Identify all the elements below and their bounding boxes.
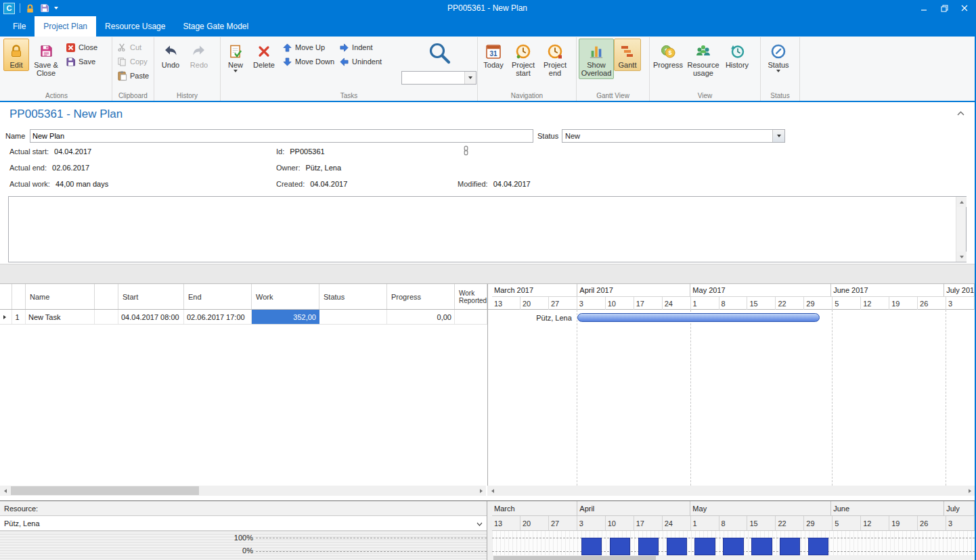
new-task-button[interactable]: New [223, 39, 248, 74]
header-status[interactable]: Status [319, 284, 387, 309]
table-horizontal-scrollbar[interactable] [0, 486, 486, 496]
gantt-button[interactable]: Gantt [614, 39, 641, 71]
app-icon[interactable]: C [3, 3, 15, 14]
created-value: 04.04.2017 [310, 180, 347, 188]
scrollbar-thumb[interactable] [11, 486, 199, 495]
header-rownum-column[interactable] [12, 284, 26, 309]
status-dropdown[interactable]: New [562, 129, 785, 143]
tab-stage-gate-model[interactable]: Stage Gate Model [174, 16, 257, 37]
header-indicator-column[interactable] [0, 284, 12, 309]
paste-button[interactable]: Paste [114, 70, 151, 81]
qat-save-button[interactable] [40, 3, 49, 13]
task-work-cell[interactable]: 352,00 [252, 310, 319, 324]
timeline-month: July [944, 501, 975, 515]
status-dropdown-button[interactable] [772, 130, 784, 142]
move-up-button[interactable]: Move Up [280, 42, 336, 53]
qat-customize-button[interactable] [54, 7, 58, 9]
coins-icon: $$ [660, 42, 676, 60]
scroll-right-button[interactable] [476, 486, 486, 496]
restore-button[interactable] [934, 0, 954, 16]
unindent-button[interactable]: Unindent [336, 56, 384, 67]
modified-field: Modified:04.04.2017 [458, 180, 531, 188]
notes-textarea[interactable] [8, 196, 967, 262]
actual-start-label: Actual start: [9, 147, 49, 156]
gantt-chart: March 2017April 2017May 2017June 2017Jul… [487, 284, 975, 486]
resource-week-header: 13202731017241815222951219263 [492, 516, 975, 531]
task-status-cell[interactable] [319, 310, 387, 324]
project-start-button[interactable]: Project start [507, 39, 539, 79]
task-icon-cell[interactable] [95, 310, 118, 324]
progress-button[interactable]: $$ Progress [652, 39, 684, 71]
close-button[interactable]: Close [63, 42, 99, 53]
notes-scrollbar[interactable] [956, 197, 966, 262]
cut-button[interactable]: Cut [114, 42, 151, 53]
tab-project-plan[interactable]: Project Plan [35, 16, 96, 37]
edit-button[interactable]: Edit [3, 39, 29, 71]
table-row[interactable]: 1 New Task 04.04.2017 08:00 02.06.2017 1… [0, 310, 487, 325]
resource-usage-button[interactable]: Resource usage [684, 39, 722, 79]
search-button[interactable] [426, 41, 452, 66]
header-progress[interactable]: Progress [387, 284, 455, 309]
task-progress-cell[interactable]: 0,00 [387, 310, 455, 324]
scrollbar-track[interactable] [497, 486, 964, 496]
gantt-month-column [690, 310, 833, 486]
tab-file[interactable]: File [4, 16, 35, 37]
header-icon-column[interactable] [95, 284, 118, 309]
today-button[interactable]: 31 Today [480, 39, 507, 71]
qat-edit-button[interactable] [25, 3, 35, 14]
timeline-month: June 2017 [831, 284, 944, 296]
resource-horizontal-scrollbar[interactable] [488, 555, 975, 560]
header-work[interactable]: Work [252, 284, 319, 309]
resource-combobox[interactable]: Pütz, Lena [0, 516, 487, 531]
save-and-close-button[interactable]: Save & Close [29, 39, 63, 79]
scroll-down-button[interactable] [956, 252, 967, 262]
task-work-reported-cell[interactable] [455, 310, 487, 324]
histogram-bar [638, 538, 659, 555]
row-selector[interactable] [0, 310, 12, 324]
undo-button[interactable]: Undo [156, 39, 185, 71]
status-button[interactable]: Status [763, 39, 794, 74]
gantt-horizontal-scrollbar[interactable] [487, 486, 975, 496]
scroll-left-button[interactable] [0, 486, 10, 496]
tab-resource-usage[interactable]: Resource Usage [96, 16, 174, 37]
task-start-cell[interactable]: 04.04.2017 08:00 [118, 310, 184, 324]
header-end[interactable]: End [184, 284, 252, 309]
histogram-bar [780, 538, 800, 555]
save-button[interactable]: Save [63, 56, 99, 67]
delete-label: Delete [253, 61, 275, 69]
scroll-right-button[interactable] [964, 486, 975, 496]
scroll-left-button[interactable] [487, 486, 497, 496]
redo-button[interactable]: Redo [185, 39, 213, 71]
horizontal-splitter[interactable] [0, 264, 975, 284]
history-button[interactable]: History [722, 39, 752, 71]
link-icon[interactable] [462, 145, 470, 157]
scrollbar-track[interactable] [10, 486, 476, 496]
scrollbar-thumb[interactable] [493, 556, 656, 560]
gantt-task-bar[interactable] [577, 313, 820, 322]
indent-button[interactable]: Indent [336, 42, 384, 53]
gantt-month-column [492, 310, 577, 486]
scale-0-label: 0% [242, 546, 253, 555]
task-end-cell[interactable]: 02.06.2017 17:00 [184, 310, 252, 324]
task-name-cell[interactable]: New Task [26, 310, 95, 324]
histogram-bar [610, 538, 630, 555]
header-work-reported[interactable]: Work Reported [455, 284, 487, 309]
task-filter-combobox[interactable] [401, 71, 476, 85]
collapse-header-button[interactable] [956, 110, 965, 118]
close-window-button[interactable] [954, 0, 975, 16]
scroll-up-button[interactable] [956, 197, 967, 207]
task-filter-input[interactable] [402, 72, 464, 84]
task-filter-dropdown-button[interactable] [464, 72, 476, 84]
minimize-button[interactable] [914, 0, 934, 16]
copy-button[interactable]: Copy [114, 56, 151, 67]
move-down-button[interactable]: Move Down [280, 56, 336, 67]
header-name[interactable]: Name [26, 284, 95, 309]
header-start[interactable]: Start [118, 284, 184, 309]
actual-start-value: 04.04.2017 [54, 147, 91, 156]
show-overload-button[interactable]: Show Overload [579, 39, 614, 79]
name-input[interactable] [30, 129, 533, 143]
timeline-week: 12 [861, 297, 889, 310]
delete-task-button[interactable]: Delete [248, 39, 280, 71]
scissors-icon [116, 42, 127, 53]
project-end-button[interactable]: Project end [539, 39, 571, 79]
